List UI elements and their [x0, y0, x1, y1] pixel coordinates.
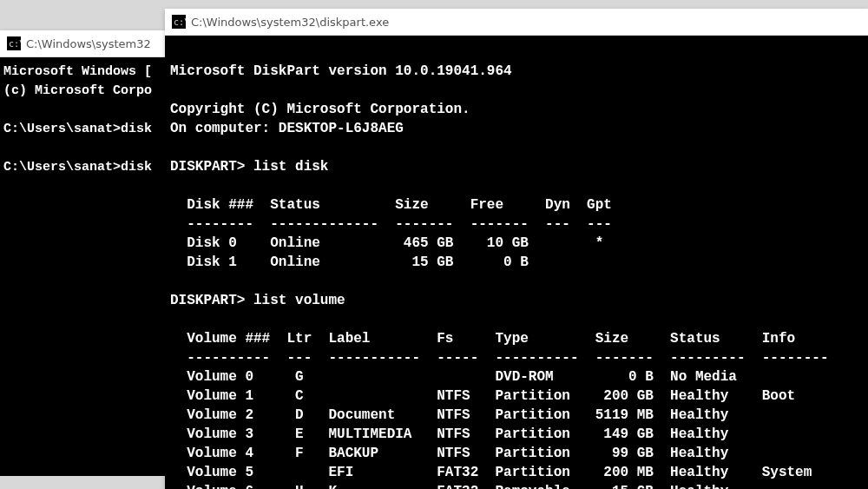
- svg-text:c:\: c:\: [9, 39, 21, 49]
- terminal-output-diskpart[interactable]: Microsoft DiskPart version 10.0.19041.96…: [165, 36, 868, 489]
- titlebar-diskpart[interactable]: c:\ C:\Windows\system32\diskpart.exe: [165, 9, 868, 36]
- diskpart-cmd-list-disk: DISKPART> list disk: [170, 159, 328, 175]
- svg-text:c:\: c:\: [174, 17, 186, 27]
- window-title-background: C:\Windows\system32: [26, 37, 151, 50]
- volume-table: Volume ### Ltr Label Fs Type Size Status…: [170, 331, 829, 489]
- diskpart-window: c:\ C:\Windows\system32\diskpart.exe Mic…: [165, 9, 868, 489]
- cmd-window-background: c:\ C:\Windows\system32 Microsoft Window…: [0, 30, 165, 465]
- disk-table: Disk ### Status Size Free Dyn Gpt ------…: [170, 197, 612, 270]
- cmd-icon: c:\: [172, 15, 186, 29]
- window-title-diskpart: C:\Windows\system32\diskpart.exe: [191, 16, 389, 29]
- terminal-output-background[interactable]: Microsoft Windows [ (c) Microsoft Corpo …: [0, 57, 165, 476]
- cmd-icon: c:\: [7, 36, 21, 50]
- diskpart-intro: Microsoft DiskPart version 10.0.19041.96…: [170, 63, 512, 136]
- titlebar-background[interactable]: c:\ C:\Windows\system32: [0, 30, 165, 57]
- diskpart-cmd-list-volume: DISKPART> list volume: [170, 293, 345, 308]
